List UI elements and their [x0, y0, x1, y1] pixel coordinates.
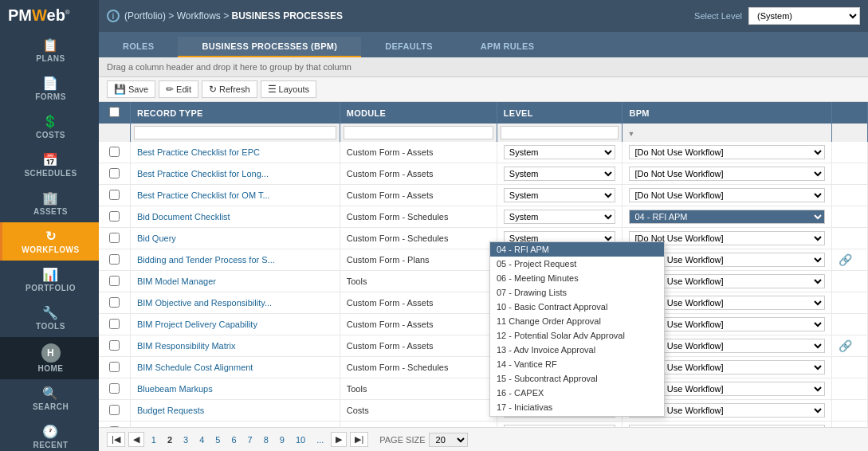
- record-type-link[interactable]: BIM Objective and Responsibility...: [137, 298, 272, 308]
- bpm-select-cell[interactable]: [Do Not Use Workflow]: [629, 167, 825, 181]
- sidebar-item-home[interactable]: H HOME: [0, 337, 99, 379]
- level-select[interactable]: (System): [748, 7, 860, 25]
- row-record-type: Best Practice Checklist for EPC: [130, 142, 340, 163]
- dropdown-option[interactable]: 05 - Project Request: [490, 257, 664, 271]
- bpm-dropdown[interactable]: 04 - RFI APM05 - Project Request06 - Mee…: [489, 241, 665, 417]
- row-record-type: Budgets: [130, 422, 340, 428]
- bpm-select-cell[interactable]: [Do Not Use Workflow]: [629, 188, 825, 202]
- record-type-link[interactable]: BIM Project Delivery Capability: [137, 320, 257, 329]
- pag-last-button[interactable]: ▶|: [350, 432, 368, 447]
- info-icon[interactable]: i: [107, 10, 120, 22]
- pag-page-8[interactable]: 8: [260, 433, 273, 446]
- row-checkbox[interactable]: [109, 211, 120, 222]
- row-checkbox[interactable]: [109, 340, 120, 351]
- sidebar-item-forms[interactable]: 📄 FORMS: [0, 69, 99, 108]
- dropdown-option[interactable]: 11 Change Order Approval: [490, 314, 664, 328]
- link-icon[interactable]: 🔗: [839, 339, 852, 352]
- pag-page-5[interactable]: 5: [211, 433, 224, 446]
- tab-apm-rules[interactable]: APM RULES: [457, 37, 558, 57]
- record-type-link[interactable]: Best Practice Checklist for Long...: [137, 169, 269, 178]
- tab-defaults[interactable]: DEFAULTS: [361, 37, 457, 57]
- pag-page-1[interactable]: 1: [147, 433, 160, 446]
- record-type-link[interactable]: Bluebeam Markups: [137, 384, 213, 394]
- pag-page-10[interactable]: 10: [292, 433, 309, 446]
- refresh-button[interactable]: ↻ Refresh: [202, 80, 257, 98]
- row-checkbox[interactable]: [109, 405, 120, 415]
- dropdown-option[interactable]: 07 - Drawing Lists: [490, 285, 664, 300]
- row-checkbox[interactable]: [109, 383, 120, 394]
- bpm-select-cell[interactable]: [Do Not Use Workflow]: [629, 425, 825, 427]
- pag-next-button[interactable]: ▶: [331, 432, 347, 447]
- bpm-select-cell[interactable]: [Do Not Use Workflow]: [629, 145, 825, 159]
- row-module: Custom Form - Schedules: [340, 357, 497, 378]
- pag-page-2[interactable]: 2: [163, 433, 176, 446]
- filter-level-input[interactable]: [501, 126, 619, 139]
- row-checkbox[interactable]: [109, 168, 120, 178]
- sidebar-item-workflows[interactable]: ↻ WORKFLOWS: [0, 222, 99, 261]
- dropdown-option[interactable]: 17 - Iniciativas: [490, 400, 664, 414]
- level-select-cell[interactable]: System: [504, 425, 616, 427]
- sidebar-item-search[interactable]: 🔍 SEARCH: [0, 379, 99, 418]
- record-type-link[interactable]: Best Practice Checklist for EPC: [137, 147, 260, 157]
- record-type-link[interactable]: BIM Responsibility Matrix: [137, 341, 235, 351]
- sidebar-item-assets[interactable]: 🏢 ASSETS: [0, 184, 99, 222]
- select-all-checkbox[interactable]: [109, 107, 120, 117]
- layouts-button[interactable]: ☰ Layouts: [261, 80, 317, 98]
- table-row: Best Practice Checklist for Long...Custo…: [99, 163, 868, 185]
- dropdown-option[interactable]: 04 - RFI APM: [490, 242, 664, 257]
- sidebar-item-costs[interactable]: 💲 COSTS: [0, 108, 99, 146]
- row-checkbox[interactable]: [109, 233, 120, 243]
- pag-page-9[interactable]: 9: [276, 433, 289, 446]
- pag-first-button[interactable]: |◀: [107, 432, 125, 447]
- row-bpm: [Do Not Use Workflow]: [623, 185, 832, 206]
- row-checkbox[interactable]: [109, 297, 120, 308]
- dropdown-option[interactable]: 12 - Potential Solar Adv Approval: [490, 328, 664, 343]
- dropdown-option[interactable]: 16 - CAPEX: [490, 386, 664, 400]
- record-type-link[interactable]: Bid Query: [137, 233, 176, 243]
- tab-bpm[interactable]: BUSINESS PROCESSES (BPM): [178, 37, 361, 57]
- row-checkbox[interactable]: [109, 254, 120, 265]
- row-checkbox[interactable]: [109, 319, 120, 329]
- row-checkbox[interactable]: [109, 190, 120, 200]
- level-select-cell[interactable]: System: [504, 210, 616, 224]
- pag-page-4[interactable]: 4: [195, 433, 208, 446]
- row-checkbox[interactable]: [109, 362, 120, 372]
- level-select-cell[interactable]: System: [504, 145, 616, 159]
- save-button[interactable]: 💾 Save: [107, 80, 155, 98]
- pag-size-select[interactable]: 20 50 100: [429, 433, 468, 447]
- level-select-cell[interactable]: System: [504, 167, 616, 181]
- edit-button[interactable]: ✏ Edit: [159, 80, 198, 98]
- dropdown-option[interactable]: 13 - Adv Invoice Approval: [490, 343, 664, 357]
- record-type-link[interactable]: BIM Model Manager: [137, 276, 216, 286]
- pag-prev-button[interactable]: ◀: [128, 432, 144, 447]
- sidebar-item-schedules[interactable]: 📅 SCHEDULES: [0, 146, 99, 184]
- pag-page-3[interactable]: 3: [179, 433, 192, 446]
- row-checkbox[interactable]: [109, 426, 120, 428]
- pag-page-6[interactable]: 6: [227, 433, 240, 446]
- filter-module-input[interactable]: [344, 126, 493, 139]
- dropdown-option[interactable]: 15 - Subcontract Approval: [490, 371, 664, 386]
- link-icon[interactable]: 🔗: [839, 253, 852, 266]
- bpm-select-cell[interactable]: 04 - RFI APM: [629, 210, 825, 224]
- row-checkbox[interactable]: [109, 276, 120, 286]
- record-type-link[interactable]: Budget Requests: [137, 406, 204, 415]
- record-type-link[interactable]: Bidding and Tender Process for S...: [137, 255, 275, 265]
- sidebar-label-schedules: SCHEDULES: [24, 169, 77, 178]
- dropdown-option[interactable]: 18 - Autorizacion7Eleven: [490, 414, 664, 417]
- record-type-link[interactable]: Bid Document Checklist: [137, 212, 230, 222]
- tab-roles[interactable]: ROLES: [99, 37, 178, 57]
- dropdown-option[interactable]: 14 - Vantice RF: [490, 357, 664, 371]
- sidebar-item-tools[interactable]: 🔧 TOOLS: [0, 299, 99, 337]
- pag-page-7[interactable]: 7: [244, 433, 257, 446]
- row-checkbox-cell: [99, 378, 130, 400]
- record-type-link[interactable]: BIM Schedule Cost Alignment: [137, 363, 253, 372]
- sidebar-item-recent[interactable]: 🕐 RECENT: [0, 418, 99, 451]
- level-select-cell[interactable]: System: [504, 188, 616, 202]
- filter-record-type-input[interactable]: [134, 126, 336, 139]
- sidebar-item-portfolio[interactable]: 📊 PORTFOLIO: [0, 261, 99, 299]
- record-type-link[interactable]: Best Practice Checklist for OM T...: [137, 190, 270, 200]
- sidebar-item-plans[interactable]: 📋 PLANS: [0, 31, 99, 69]
- dropdown-option[interactable]: 06 - Meeting Minutes: [490, 271, 664, 285]
- dropdown-option[interactable]: 10 - Basic Contract Approval: [490, 300, 664, 314]
- row-checkbox[interactable]: [109, 147, 120, 157]
